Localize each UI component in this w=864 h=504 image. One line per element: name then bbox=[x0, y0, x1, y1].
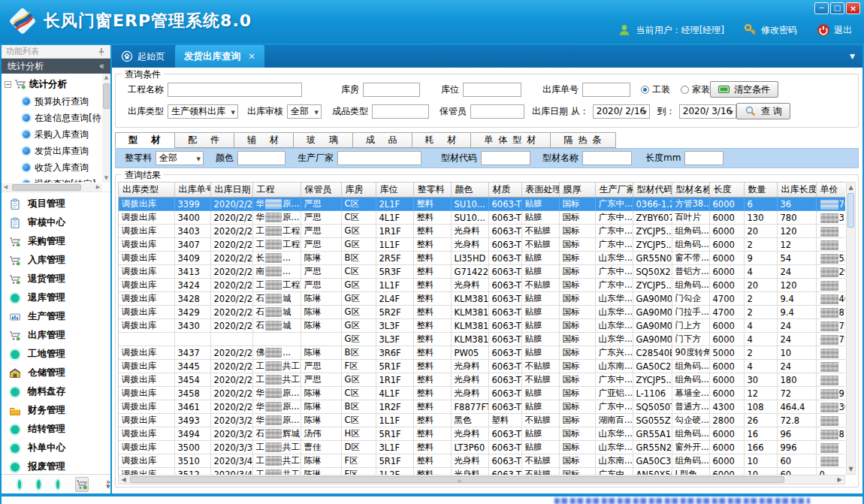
out-type-select[interactable]: 生产领料出库▼ bbox=[168, 104, 238, 119]
tree-item[interactable]: 预算执行查询 bbox=[3, 93, 101, 110]
color-input[interactable] bbox=[237, 151, 285, 165]
material-tab-7[interactable]: 单体型材 bbox=[471, 132, 551, 148]
table-horizontal-scrollbar[interactable]: ◀≡▶ bbox=[118, 475, 845, 484]
sidebar-group-项目管理[interactable]: 项目管理 bbox=[2, 195, 110, 213]
logout-button[interactable]: 退出 bbox=[817, 23, 852, 37]
table-row[interactable]: 调拨出库34032020/2/25工工程严思G区1R1F整料光身料6063-T5… bbox=[119, 225, 845, 238]
material-tab-8[interactable]: 隔热条 bbox=[551, 132, 616, 148]
sidebar-group-结转管理[interactable]: 结转管理 bbox=[2, 420, 110, 439]
material-tab-5[interactable]: 成 品 bbox=[353, 132, 412, 148]
date-from-picker[interactable]: 2020/ 2/16▼ bbox=[593, 104, 650, 119]
tree-root[interactable]: − 统计分析 bbox=[3, 75, 101, 93]
maximize-button[interactable]: □ bbox=[830, 2, 844, 14]
tree-vertical-scrollbar[interactable]: ▲▼ bbox=[102, 74, 110, 183]
column-header[interactable]: 出库单号 bbox=[174, 183, 210, 198]
table-row[interactable]: 调拨出库34282020/2/26石城陈琳G区2L4F整料KLM38176063… bbox=[119, 292, 845, 306]
column-header[interactable]: 颜色 bbox=[451, 183, 488, 198]
column-header[interactable]: 生产厂家 bbox=[595, 183, 633, 198]
sidebar-group-生产管理[interactable]: 生产管理 bbox=[2, 307, 110, 326]
column-header[interactable]: 表面处理 bbox=[521, 183, 559, 198]
tree-item[interactable]: 采购入库查询 bbox=[3, 126, 101, 143]
table-row[interactable]: 调拨出库35102020/3/4工共工程陈琳F区5R1F整料光身料6063-T5… bbox=[119, 454, 845, 468]
length-input[interactable] bbox=[684, 151, 724, 165]
sidebar-overflow-button[interactable]: »▼ bbox=[106, 479, 110, 490]
table-row[interactable]: 调拨出库34242020/2/26工工程严思G区1L1F整料光身料6063-T5… bbox=[119, 279, 845, 292]
column-header[interactable]: 出库长度 bbox=[777, 183, 816, 198]
material-tab-2[interactable]: 配 件 bbox=[175, 132, 234, 148]
tab-overflow-caret-icon[interactable]: ▼ bbox=[850, 53, 862, 68]
table-row[interactable]: 调拨出库34452020/2/27工共工程严思F区5R1F整料光身料6063-T… bbox=[119, 360, 845, 373]
table-row[interactable]: 调拨出库34292020/2/26石城陈琳G区5R2F整料KLM38176063… bbox=[119, 306, 845, 319]
profile-code-input[interactable] bbox=[481, 151, 530, 165]
radio-home[interactable]: 家装 bbox=[681, 83, 710, 96]
material-tab-1[interactable]: 型 材 bbox=[115, 132, 175, 148]
sidebar-bottom-dot-icon[interactable] bbox=[18, 480, 21, 489]
maker-input[interactable] bbox=[337, 151, 421, 165]
tab-close-icon[interactable]: × bbox=[248, 51, 255, 62]
column-header[interactable]: 出库类型 bbox=[119, 183, 174, 198]
table-vertical-scrollbar[interactable]: ▲▼ bbox=[846, 182, 856, 475]
material-tab-3[interactable]: 辅 材 bbox=[234, 132, 294, 148]
sidebar-bottom-dot-icon[interactable] bbox=[56, 480, 59, 489]
tree-item[interactable]: 发货出库查询 bbox=[3, 143, 101, 159]
table-row[interactable]: 调拨出库35122020/3/4工共工程陈琳F区1L2F整料光身料6063-T5… bbox=[119, 468, 845, 475]
sidebar-cart-button[interactable] bbox=[75, 477, 89, 492]
sidebar-group-物料盘存[interactable]: 物料盘存 bbox=[2, 382, 110, 401]
table-row[interactable]: 调拨出库34612020/2/28华原...陈琳B区1R2F整料F8877FT6… bbox=[119, 400, 845, 414]
sidebar-group-入库管理[interactable]: 入库管理 bbox=[2, 251, 110, 270]
collapse-icon[interactable]: « bbox=[99, 61, 104, 71]
sidebar-group-财务管理[interactable]: 财务管理 bbox=[2, 401, 110, 420]
column-header[interactable]: 材质 bbox=[488, 183, 521, 198]
table-row[interactable]: 调拨出库34302020/2/26石城陈琳G区3L3F整料KLM38176063… bbox=[119, 319, 845, 333]
location-input[interactable] bbox=[463, 83, 521, 97]
table-row[interactable]: 调拨出库34932020/3/2华原...陈琳C区1L1F整料黑色塑料不贴膜国标… bbox=[119, 414, 845, 427]
table-row[interactable]: 调拨出库34132020/2/26南...严思C区5R3F整料G71422606… bbox=[119, 265, 845, 279]
table-row[interactable]: 调拨出库33992020/2/25华原...严思C区2L1F整料SU10...6… bbox=[119, 198, 845, 211]
tree-expander-icon[interactable]: − bbox=[5, 81, 11, 88]
sidebar-group-退货管理[interactable]: 退货管理 bbox=[2, 270, 110, 288]
radio-industrial[interactable]: 工装 bbox=[641, 83, 670, 96]
date-to-picker[interactable]: 2020/ 3/16▼ bbox=[679, 104, 736, 119]
column-header[interactable]: 保管员 bbox=[301, 183, 341, 198]
sidebar-group-出库管理[interactable]: 出库管理 bbox=[2, 326, 110, 345]
material-tab-4[interactable]: 玻 璃 bbox=[294, 132, 353, 148]
sidebar-group-退库管理[interactable]: 退库管理 bbox=[2, 288, 110, 307]
table-row[interactable]: 调拨出库34072020/2/25工工程严思G区1L1F整料光身料6063-T5… bbox=[119, 238, 845, 252]
tree-horizontal-scrollbar[interactable]: ◀▶ bbox=[2, 183, 102, 192]
column-header[interactable]: 库位 bbox=[376, 183, 413, 198]
column-header[interactable]: 单价 bbox=[816, 183, 845, 198]
tab-active[interactable]: 发货出库查询 × bbox=[175, 45, 264, 68]
sidebar-group-补单中心[interactable]: 补单中心 bbox=[2, 439, 110, 457]
column-header[interactable]: 数量 bbox=[744, 183, 777, 198]
tree-item[interactable]: 收货入库查询 bbox=[3, 159, 101, 176]
warehouse-input[interactable] bbox=[363, 83, 420, 97]
column-header[interactable]: 库房 bbox=[341, 183, 376, 198]
table-row[interactable]: G区3L3F整料KLM38176063-T5贴膜国标山东华...GA90M09.… bbox=[119, 333, 845, 346]
profile-name-input[interactable] bbox=[582, 151, 632, 165]
sidebar-group-审核中心[interactable]: 审核中心 bbox=[2, 213, 110, 232]
table-row[interactable]: 调拨出库34002020/2/25华原...严思C区4L1F整料SU10...6… bbox=[119, 211, 845, 225]
batch-select[interactable]: 全部▼ bbox=[156, 151, 204, 165]
table-row[interactable]: 调拨出库34542020/2/28工共工程严思G区1R1F整料光身料6063-T… bbox=[119, 373, 845, 387]
order-no-input[interactable] bbox=[582, 83, 630, 97]
search-button[interactable]: 查 询 bbox=[736, 103, 790, 119]
change-password-button[interactable]: 修改密码 bbox=[744, 23, 797, 37]
sidebar-group-采购管理[interactable]: 采购管理 bbox=[2, 232, 110, 251]
product-type-input[interactable] bbox=[372, 104, 429, 119]
column-header[interactable]: 型材名称 bbox=[672, 183, 709, 198]
audit-select[interactable]: 全部▼ bbox=[287, 104, 322, 119]
column-header[interactable]: 出库日期 bbox=[210, 183, 252, 198]
pin-icon[interactable] bbox=[97, 47, 106, 56]
table-row[interactable]: 调拨出库34942020/3/2石辉城汤伟H区5R1F整料光身料6063-T5贴… bbox=[119, 427, 845, 441]
tab-home[interactable]: 起始页 bbox=[112, 45, 175, 68]
material-tab-6[interactable]: 耗 材 bbox=[412, 132, 472, 148]
column-header[interactable]: 长度 bbox=[709, 183, 744, 198]
table-row[interactable]: 调拨出库34092020/2/25长...陈琳B区2R5F整料LI35HD606… bbox=[119, 252, 845, 265]
close-button[interactable]: × bbox=[846, 2, 860, 14]
column-header[interactable]: 型材代码 bbox=[633, 183, 672, 198]
project-name-input[interactable] bbox=[168, 83, 302, 97]
table-row[interactable]: 调拨出库35002020/3/3工共工程曹佳D区3L1F整料LT3P606063… bbox=[119, 441, 845, 454]
table-row[interactable]: 调拨出库34372020/2/27佛...陈琳B区3R6F整料PW056063-… bbox=[119, 346, 845, 360]
column-header[interactable]: 整零料 bbox=[413, 183, 451, 198]
stats-group-header[interactable]: 统计分析 « bbox=[2, 59, 110, 74]
